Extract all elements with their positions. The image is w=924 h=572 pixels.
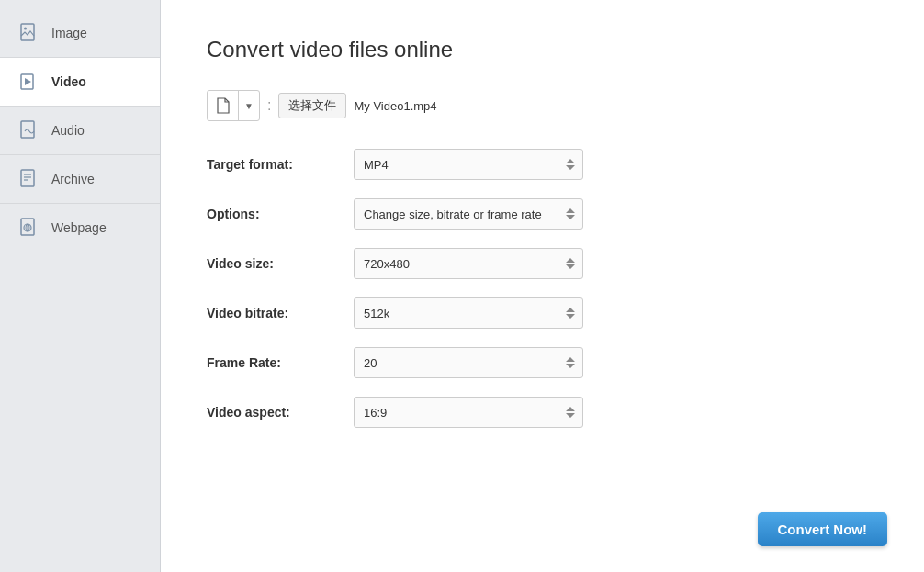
choose-file-button[interactable]: 选择文件 [278, 93, 346, 118]
video-aspect-select[interactable]: 16:9 4:3 1:1 21:9 [354, 397, 583, 428]
video-aspect-label: Video aspect: [207, 405, 354, 420]
main-content: Convert video files online ▼ : 选择文件 My V… [161, 0, 924, 572]
video-size-row: Video size: 720x480 1920x1080 1280x720 6… [207, 248, 878, 279]
archive-icon [18, 168, 40, 190]
target-format-label: Target format: [207, 157, 354, 172]
sidebar-item-video[interactable]: Video [0, 58, 160, 107]
file-upload-dropdown-btn[interactable]: ▼ [239, 91, 259, 120]
file-upload-row: ▼ : 选择文件 My Video1.mp4 [207, 90, 878, 121]
sidebar-item-archive-label: Archive [51, 172, 95, 186]
file-separator: : [267, 97, 271, 114]
sidebar-item-webpage[interactable]: Webpage [0, 204, 160, 252]
frame-rate-label: Frame Rate: [207, 355, 354, 370]
video-bitrate-label: Video bitrate: [207, 306, 354, 320]
file-name-display: My Video1.mp4 [354, 99, 436, 113]
target-format-row: Target format: MP4 AVI MOV MKV WMV FLV W… [207, 149, 878, 180]
sidebar-item-webpage-label: Webpage [51, 220, 107, 235]
sidebar-item-video-label: Video [51, 74, 86, 89]
webpage-icon [18, 217, 40, 239]
page-title: Convert video files online [207, 37, 878, 62]
sidebar-item-audio-label: Audio [51, 123, 85, 138]
svg-marker-3 [25, 78, 31, 85]
sidebar-item-image-label: Image [51, 26, 87, 40]
image-icon [18, 22, 40, 44]
convert-now-button[interactable]: Convert Now! [758, 512, 888, 546]
audio-icon [18, 119, 40, 141]
frame-rate-row: Frame Rate: 20 24 25 30 60 [207, 347, 878, 378]
sidebar-item-image[interactable]: Image [0, 9, 160, 58]
sidebar-item-audio[interactable]: Audio [0, 107, 160, 155]
options-label: Options: [207, 207, 354, 221]
video-size-label: Video size: [207, 256, 354, 271]
options-select[interactable]: Change size, bitrate or frame rate Basic… [354, 198, 583, 230]
frame-rate-select[interactable]: 20 24 25 30 60 [354, 347, 583, 378]
svg-rect-0 [21, 24, 34, 40]
video-icon [18, 71, 40, 93]
options-row: Options: Change size, bitrate or frame r… [207, 198, 878, 230]
video-size-select[interactable]: 720x480 1920x1080 1280x720 640x360 480x3… [354, 248, 583, 279]
sidebar: Image Video Audio [0, 0, 161, 572]
sidebar-item-archive[interactable]: Archive [0, 155, 160, 204]
svg-point-1 [24, 28, 27, 30]
document-icon [216, 97, 231, 114]
video-aspect-row: Video aspect: 16:9 4:3 1:1 21:9 [207, 397, 878, 428]
video-bitrate-select[interactable]: 512k 256k 1024k 2048k [354, 297, 583, 329]
file-upload-btn[interactable]: ▼ [207, 90, 260, 121]
svg-rect-5 [21, 170, 34, 186]
video-bitrate-row: Video bitrate: 512k 256k 1024k 2048k [207, 297, 878, 329]
file-upload-main-btn[interactable] [208, 91, 239, 120]
target-format-select[interactable]: MP4 AVI MOV MKV WMV FLV WebM [354, 149, 583, 180]
